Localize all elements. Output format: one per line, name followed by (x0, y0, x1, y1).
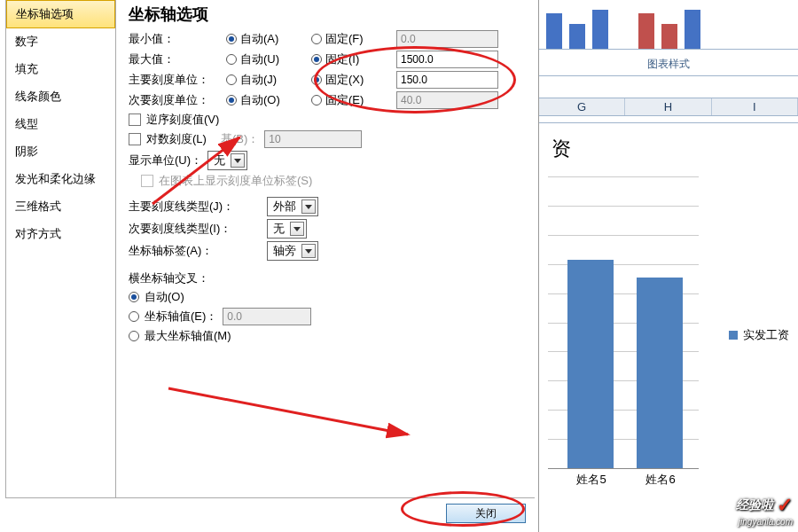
sidebar-item-label: 三维格式 (15, 200, 61, 213)
style-thumb-bar (592, 10, 608, 49)
style-thumb-bar (546, 13, 562, 49)
ribbon-chart-styles (539, 0, 798, 50)
log-base-label: 基(B)： (221, 131, 259, 147)
row-display-unit: 显示单位(U)： 无 (129, 151, 526, 170)
minor-auto-label: 自动(O) (240, 92, 280, 108)
dialog-footer: 关闭 (0, 498, 538, 532)
close-button[interactable]: 关闭 (446, 504, 526, 523)
major-label: 主要刻度单位： (129, 72, 221, 88)
watermark: 经验啦 ✓ jingyanla.com (736, 494, 793, 527)
column-header[interactable]: G (539, 98, 625, 115)
display-unit-select[interactable]: 无 (207, 151, 247, 170)
reverse-checkbox[interactable] (129, 113, 141, 126)
sidebar-item-line-color[interactable]: 线条颜色 (6, 83, 115, 111)
major-fixed-label: 固定(X) (325, 72, 364, 88)
min-fixed-radio[interactable] (311, 34, 322, 44)
max-value-input[interactable]: 1500.0 (396, 51, 498, 68)
minor-value-input[interactable]: 40.0 (396, 91, 498, 109)
chevron-down-icon (290, 222, 304, 236)
max-fixed-label: 固定(I) (325, 51, 359, 67)
close-button-label: 关闭 (475, 507, 497, 520)
dialog-body: 坐标轴选项 数字 填充 线条颜色 线型 阴影 发光和柔化边缘 三维格式 对齐方式… (5, 0, 535, 498)
legend-label: 实发工资 (743, 327, 789, 343)
major-auto-label: 自动(J) (240, 72, 277, 88)
row-minor-unit: 次要刻度单位： 自动(O) 固定(E) 40.0 (129, 91, 526, 109)
sidebar-item-glow[interactable]: 发光和柔化边缘 (6, 166, 115, 193)
options-panel: 坐标轴选项 最小值： 自动(A) 固定(F) 0.0 最大值： 自动(U) 固定… (116, 0, 535, 497)
row-axis-label: 坐标轴标签(A)： 轴旁 (129, 241, 526, 261)
row-max: 最大值： 自动(U) 固定(I) 1500.0 (129, 51, 526, 68)
min-value-input[interactable]: 0.0 (396, 30, 498, 48)
excel-background: 图表样式 G H I 资 姓名5 姓名6 实发工资 (539, 0, 798, 532)
watermark-brand: 经验啦 (736, 497, 773, 512)
sidebar-item-label: 坐标轴选项 (16, 7, 74, 20)
style-thumb-bar (661, 24, 677, 49)
cross-max-radio[interactable] (129, 331, 139, 341)
sidebar-item-fill[interactable]: 填充 (6, 56, 115, 83)
max-fixed-radio[interactable] (311, 54, 322, 65)
max-label: 最大值： (129, 51, 221, 67)
min-fixed-label: 固定(F) (325, 31, 364, 47)
chevron-down-icon (301, 244, 316, 258)
sidebar-item-axis-options[interactable]: 坐标轴选项 (6, 0, 115, 28)
log-base-input[interactable]: 10 (264, 130, 362, 148)
style-thumb-bar (638, 13, 654, 49)
major-fixed-radio[interactable] (311, 74, 322, 85)
minor-fixed-label: 固定(E) (325, 92, 364, 108)
major-auto-radio[interactable] (226, 74, 237, 85)
sidebar-item-number[interactable]: 数字 (6, 28, 115, 56)
cross-auto-radio[interactable] (129, 292, 139, 302)
row-reverse: 逆序刻度值(V) (129, 112, 526, 128)
embedded-chart[interactable]: 资 姓名5 姓名6 实发工资 (539, 122, 798, 530)
major-tick-label: 主要刻度线类型(J)： (129, 199, 262, 215)
row-minor-tick: 次要刻度线类型(I)： 无 (129, 219, 526, 239)
sidebar-item-label: 发光和柔化边缘 (15, 172, 96, 185)
show-unit-label-text: 在图表上显示刻度单位标签(S) (159, 173, 312, 189)
style-thumb-bar (569, 24, 585, 49)
row-major-tick: 主要刻度线类型(J)： 外部 (129, 196, 526, 216)
sidebar-item-label: 阴影 (15, 145, 38, 158)
sidebar-item-line-style[interactable]: 线型 (6, 111, 115, 138)
max-auto-label: 自动(U) (240, 51, 279, 67)
column-header[interactable]: I (712, 98, 798, 115)
cross-at-radio[interactable] (129, 311, 139, 322)
axis-label-value: 轴旁 (273, 243, 296, 259)
major-value-input[interactable]: 150.0 (396, 71, 498, 89)
cross-heading: 横坐标轴交叉： (129, 270, 526, 286)
row-min: 最小值： 自动(A) 固定(F) 0.0 (129, 30, 526, 48)
max-auto-radio[interactable] (226, 54, 237, 65)
chart-legend: 实发工资 (729, 327, 789, 343)
sidebar-item-align[interactable]: 对齐方式 (6, 221, 115, 248)
sidebar-item-3d[interactable]: 三维格式 (6, 193, 115, 221)
sidebar-item-label: 填充 (15, 62, 38, 75)
chevron-down-icon (301, 200, 316, 214)
log-label: 对数刻度(L) (146, 131, 207, 147)
show-unit-label-checkbox (141, 175, 153, 187)
cross-at-label: 坐标轴值(E)： (145, 309, 217, 325)
sidebar-item-label: 线型 (15, 117, 38, 130)
ribbon-group-label: 图表样式 (539, 53, 798, 76)
axis-label-select[interactable]: 轴旁 (267, 241, 318, 261)
column-header[interactable]: H (625, 98, 711, 115)
min-auto-label: 自动(A) (240, 31, 278, 47)
minor-fixed-radio[interactable] (311, 95, 322, 106)
format-axis-dialog: 坐标轴选项 数字 填充 线条颜色 线型 阴影 发光和柔化边缘 三维格式 对齐方式… (0, 0, 539, 532)
log-checkbox[interactable] (129, 133, 141, 145)
bar-category-label: 姓名5 (560, 472, 622, 488)
chart-bar[interactable] (637, 278, 683, 468)
chevron-down-icon (231, 153, 245, 168)
minor-auto-radio[interactable] (226, 95, 237, 106)
panel-heading: 坐标轴选项 (129, 4, 526, 25)
bar-category-label: 姓名6 (630, 472, 692, 488)
row-cross-max: 最大坐标轴值(M) (129, 328, 526, 344)
sidebar-item-shadow[interactable]: 阴影 (6, 138, 115, 166)
row-cross-at: 坐标轴值(E)： 0.0 (129, 308, 526, 325)
major-tick-value: 外部 (273, 199, 296, 215)
cross-at-input[interactable]: 0.0 (223, 308, 311, 325)
display-unit-value: 无 (214, 153, 225, 168)
major-tick-select[interactable]: 外部 (267, 197, 318, 216)
minor-tick-select[interactable]: 无 (267, 219, 307, 239)
chart-bar[interactable] (567, 260, 614, 468)
min-auto-radio[interactable] (226, 34, 237, 44)
reverse-label: 逆序刻度值(V) (146, 112, 219, 128)
